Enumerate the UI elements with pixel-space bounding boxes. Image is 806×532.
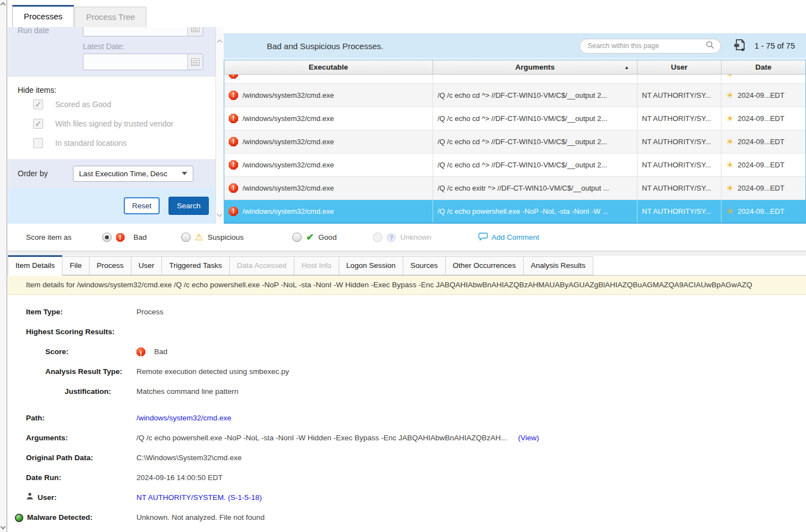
tab-analysis-results[interactable]: Analysis Results (524, 256, 593, 275)
pagination-label: 1 - 75 of 75 (755, 41, 795, 50)
earliest-date-field[interactable] (83, 27, 203, 36)
table-row[interactable]: /windows/system32/cmd.exe /Q /c echo cd … (224, 130, 805, 154)
upper-region: Run date Latest Date: (8, 27, 806, 224)
bad-score-icon (229, 183, 238, 193)
latest-date-input[interactable] (83, 54, 187, 70)
radio-unknown (373, 233, 382, 242)
radio-suspicious[interactable] (181, 233, 191, 242)
table-row-selected[interactable]: /windows/system32/cmd.exe /Q /c echo pow… (224, 200, 805, 223)
arguments-cell: /Q /c echo cd ^> //DF-CT-WIN10-VM/C$/__o… (433, 84, 638, 107)
checkbox-row-scored-good[interactable]: Scored as Good (33, 94, 215, 114)
user-cell: NT AUTHORITY/SY... (638, 200, 721, 223)
calendar-icon[interactable] (187, 27, 203, 36)
tab-triggered-tasks[interactable]: Triggered Tasks (162, 256, 229, 275)
executable-cell: /windows/system32/cmd.exe (224, 177, 433, 199)
column-header-date[interactable]: Date (721, 60, 805, 74)
user-cell: NT AUTHORITY/SY... (638, 130, 721, 153)
field-label: User: (38, 492, 57, 504)
detail-row-arguments: Arguments: /Q /c echo powershell.exe -No… (26, 432, 806, 444)
table-row-partial[interactable] (224, 75, 805, 84)
reset-button[interactable]: Reset (124, 197, 160, 214)
checkbox-standard-locations[interactable] (33, 138, 43, 148)
earliest-date-input[interactable] (83, 27, 187, 36)
page-scrollbar[interactable] (0, 0, 7, 532)
score-option-label: Unknown (400, 233, 431, 241)
results-header: Bad and Suspicious Processes. 1 - 75 of … (224, 33, 806, 59)
calendar-icon[interactable] (187, 54, 203, 70)
hide-items-section: Hide items: Scored as Good With files si… (8, 77, 215, 159)
arguments-cell: /Q /c echo cd ^> //DF-CT-WIN10-VM/C$/__o… (433, 154, 638, 176)
tab-process[interactable]: Process (89, 256, 131, 275)
tab-host-info: Host Info (294, 256, 339, 275)
tab-processes[interactable]: Processes (12, 5, 74, 28)
page-search-field[interactable] (580, 39, 721, 54)
date-cell: 2024-09...EDT (721, 84, 805, 107)
score-option-bad[interactable]: Bad (102, 233, 147, 242)
user-cell: NT AUTHORITY/SY... (638, 177, 721, 199)
top-tabstrip: Processes Process Tree (12, 4, 147, 28)
tab-file[interactable]: File (62, 256, 89, 275)
sun-date-icon (726, 75, 734, 80)
app-window: Processes Process Tree Run date (0, 0, 806, 532)
checkbox-trusted-vendor[interactable] (33, 119, 43, 129)
sun-date-icon (726, 136, 734, 147)
page-search-input[interactable] (588, 42, 705, 50)
table-row[interactable]: /windows/system32/cmd.exe /Q /c echo cd … (224, 107, 805, 130)
radio-bad[interactable] (102, 233, 112, 242)
filter-panel: Run date Latest Date: (8, 27, 215, 224)
latest-date-field[interactable] (83, 54, 203, 70)
results-title: Bad and Suspicious Processes. (267, 41, 383, 51)
detail-row-highest-scoring: Highest Scoring Results: (26, 326, 806, 338)
detail-row-analysis-result-type: Analysis Result Type: Remote execution d… (26, 366, 806, 378)
tab-data-accessed: Data Accessed (230, 256, 294, 275)
bad-score-icon (229, 75, 238, 79)
table-row[interactable]: /windows/system32/cmd.exe /Q /c echo cd … (224, 84, 805, 107)
user-link[interactable]: NT AUTHORITY/SYSTEM. (S-1-5-18) (136, 492, 262, 504)
scroll-up-icon[interactable] (1, 2, 6, 8)
tab-user[interactable]: User (131, 256, 162, 275)
column-header-arguments[interactable]: Arguments (433, 60, 638, 74)
score-option-label: Bad (134, 233, 147, 241)
field-value: C:\Windows\System32\cmd.exe (136, 452, 242, 464)
table-row[interactable]: /windows/system32/cmd.exe /Q /c echo exi… (224, 177, 805, 200)
column-header-executable[interactable]: Executable (224, 60, 433, 74)
column-header-label: Arguments (515, 63, 555, 71)
export-csv-icon[interactable] (733, 39, 747, 53)
tab-logon-session[interactable]: Logon Session (339, 256, 403, 275)
field-value: /Q /c echo powershell.exe -NoP -NoL -sta… (136, 432, 507, 444)
table-row[interactable]: /windows/system32/cmd.exe /Q /c echo cd … (224, 154, 805, 177)
latest-date-label: Latest Date: (83, 42, 215, 51)
score-option-suspicious[interactable]: Suspicious (181, 233, 244, 242)
run-date-label: Run date (18, 27, 83, 35)
path-link[interactable]: /windows/system32/cmd.exe (136, 412, 231, 424)
bad-score-icon (136, 347, 145, 356)
arguments-cell: /Q /c echo cd ^> //DF-CT-WIN10-VM/C$/__o… (433, 130, 638, 153)
user-person-icon (26, 492, 34, 504)
field-label: Arguments: (26, 432, 136, 444)
tab-sources[interactable]: Sources (403, 256, 446, 275)
detail-row-item-type: Item Type: Process (26, 306, 806, 318)
scroll-up-icon[interactable] (217, 40, 223, 45)
add-comment-link[interactable]: Add Comment (478, 233, 539, 243)
radio-good[interactable] (292, 233, 302, 242)
tab-process-tree[interactable]: Process Tree (75, 7, 146, 28)
tab-item-details[interactable]: Item Details (8, 255, 62, 276)
date-cell: 2024-09...EDT (721, 200, 805, 223)
process-table: Executable Arguments User Date /windows/… (224, 60, 806, 224)
detail-tabstrip: Item Details File Process User Triggered… (8, 256, 806, 276)
scroll-down-icon[interactable] (1, 524, 6, 530)
checkbox-row-trusted-vendor[interactable]: With files signed by trusted vendor (33, 114, 215, 133)
score-option-good[interactable]: Good (292, 233, 336, 242)
date-cell: 2024-09...EDT (721, 107, 805, 130)
checkbox-label: In standard locations (55, 139, 127, 148)
view-arguments-link[interactable]: (View) (518, 432, 539, 444)
arguments-cell: /Q /c echo exitr ^> //DF-CT-WIN10-VM/C$/… (433, 177, 638, 199)
search-button[interactable]: Search (168, 197, 209, 215)
scroll-down-icon[interactable] (217, 212, 223, 217)
tab-other-occurrences[interactable]: Other Occurrences (446, 256, 524, 275)
filter-panel-scrollbar[interactable] (215, 27, 224, 224)
checkbox-scored-good[interactable] (33, 99, 43, 109)
order-by-select[interactable]: Last Execution Time, Desc (73, 166, 193, 182)
checkbox-row-standard-locations[interactable]: In standard locations (33, 133, 215, 152)
column-header-user[interactable]: User (638, 60, 721, 74)
